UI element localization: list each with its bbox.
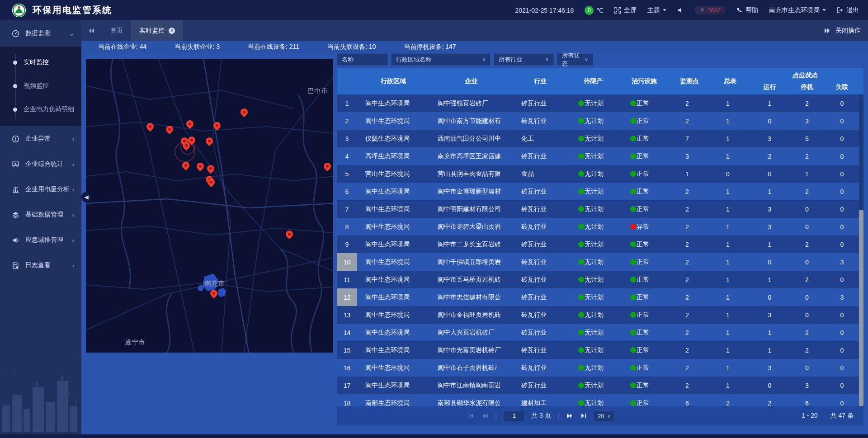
cell-company: 阆中明阳建材有限公司 xyxy=(429,200,513,218)
theme-dropdown[interactable]: 主题 xyxy=(647,6,666,14)
page-size-select[interactable]: 20∨ xyxy=(594,410,615,421)
total-rows-label: 共 47 条 xyxy=(830,412,854,420)
first-page-button[interactable] xyxy=(468,413,475,419)
cell-company: 阆中市石子页岩机砖厂 xyxy=(429,359,513,377)
sidebar-item[interactable]: 企业异常‹ xyxy=(0,126,81,151)
cell-company: 阆中市江南镇阆南页岩 xyxy=(429,377,513,394)
cell-company: 阆中市金博瑞新型墙材 xyxy=(429,183,513,200)
last-page-button[interactable] xyxy=(580,413,587,419)
volume-button[interactable] xyxy=(677,7,684,14)
column-header-lost: 失联 xyxy=(825,80,859,94)
table-row[interactable]: 15阆中生态环境局阆中市光富页岩机砖厂砖瓦行业无计划正常21120 xyxy=(337,341,863,359)
region-select[interactable]: 行政区域名称∨ xyxy=(391,53,491,66)
table-row[interactable]: 4高坪生态环境局南充市高坪区王家店建砖瓦行业无计划正常31220 xyxy=(337,147,863,165)
status-dot-icon xyxy=(578,100,584,106)
cell-stop: 无计划 xyxy=(567,200,619,218)
cell-stop: 无计划 xyxy=(567,218,619,235)
status-text: 无计划 xyxy=(585,135,604,143)
status-dot-icon xyxy=(578,188,584,194)
cell-region: 仪陇生态环境局 xyxy=(357,130,429,147)
table-row[interactable]: 11阆中生态环境局阆中市五马桥页岩机砖砖瓦行业无计划正常21120 xyxy=(337,271,863,288)
scrollbar-thumb[interactable] xyxy=(859,210,863,406)
sidebar-subitem[interactable]: 企业电力负荷明细 xyxy=(0,98,81,121)
sidebar-item-label: 基础数据管理 xyxy=(25,211,72,219)
table-row[interactable]: 17阆中生态环境局阆中市江南镇阆南页岩砖瓦行业无计划正常21030 xyxy=(337,377,863,394)
prev-page-button[interactable] xyxy=(481,413,488,419)
stat-item: 当前失联企业: 3 xyxy=(175,43,220,51)
cell-lost: 0 xyxy=(825,94,859,112)
cell-lost: 0 xyxy=(825,112,859,130)
sidebar-item[interactable]: 企业用电量分析‹ xyxy=(0,177,81,202)
table-row[interactable]: 2阆中生态环境局阆中市南方节能建材有砖瓦行业无计划正常21030 xyxy=(337,112,863,130)
table-row[interactable]: 16阆中生态环境局阆中市石子页岩机砖厂砖瓦行业无计划正常21300 xyxy=(337,359,863,377)
notification-badge[interactable]: 2632 xyxy=(695,6,725,14)
cell-company: 阆中市二龙长宝页岩砖 xyxy=(429,235,513,253)
org-dropdown[interactable]: 南充市生态环境局 xyxy=(769,6,826,14)
table-row[interactable]: 8阆中生态环境局阆中市枣碧大梁山页岩砖瓦行业无计划异常21300 xyxy=(337,218,863,235)
sidebar-item[interactable]: 应急减排管理‹ xyxy=(0,227,81,253)
sidebar-item[interactable]: 数据监测⌄ xyxy=(0,20,81,47)
table-row[interactable]: 1阆中生态环境局阆中强锐页岩砖厂砖瓦行业无计划正常21120 xyxy=(337,94,863,112)
column-header-halt: 停机 xyxy=(789,80,825,94)
cell-run: 1 xyxy=(750,183,789,200)
cell-fac: 正常 xyxy=(619,165,669,183)
name-search-input[interactable]: 名称 xyxy=(337,53,388,66)
cell-meter: 1 xyxy=(710,377,750,394)
cell-run: 0 xyxy=(750,377,789,394)
help-button[interactable]: 帮助 xyxy=(736,6,758,14)
cell-halt: 2 xyxy=(789,271,825,288)
table-row[interactable]: 18南部生态环境局南部县砌华水泥有限公建材加工无计划正常62260 xyxy=(337,394,863,406)
tabs-scroll-right-button[interactable] xyxy=(824,27,831,34)
table-row[interactable]: 10阆中生态环境局阆中千佛镇五郎垭页岩砖瓦行业无计划正常21003 xyxy=(337,253,863,271)
sidebar-subitem[interactable]: 视频监控 xyxy=(0,74,81,98)
cell-industry: 砖瓦行业 xyxy=(513,94,567,112)
sidebar-item[interactable]: 企业综合统计‹ xyxy=(0,151,81,177)
status-dot-icon xyxy=(630,206,636,212)
tab-active[interactable]: 实时监控× xyxy=(131,20,183,41)
horn-icon xyxy=(12,236,19,244)
table-row[interactable]: 3仪陇生态环境局西南油气田分公司川中化工无计划正常71350 xyxy=(337,130,863,147)
next-page-button[interactable] xyxy=(566,413,573,419)
cell-region: 高坪生态环境局 xyxy=(357,147,429,165)
sidebar-subitem[interactable]: 实时监控 xyxy=(0,51,81,74)
table-row[interactable]: 14阆中生态环境局阆中大兴页岩机砖厂砖瓦行业无计划正常21120 xyxy=(337,324,863,341)
stat-value: 10 xyxy=(369,43,376,50)
table-row[interactable]: 7阆中生态环境局阆中明阳建材有限公司砖瓦行业无计划正常21300 xyxy=(337,200,863,218)
cell-meter: 1 xyxy=(710,218,750,235)
page-number-input[interactable]: 1 xyxy=(504,410,524,421)
table-row[interactable]: 5营山生态环境局营山县润丰肉食品有限食品无计划正常10010 xyxy=(337,165,863,183)
status-dot-icon xyxy=(630,118,636,124)
close-icon[interactable]: × xyxy=(169,28,175,34)
status-dot-icon xyxy=(578,224,584,230)
table-row[interactable]: 6阆中生态环境局阆中市金博瑞新型墙材砖瓦行业无计划正常21120 xyxy=(337,183,863,200)
tabs-scroll-left-button[interactable] xyxy=(88,27,95,34)
industry-select[interactable]: 所有行业∨ xyxy=(494,53,554,66)
cell-meter: 2 xyxy=(710,394,750,406)
table-row[interactable]: 13阆中生态环境局阆中市金福旺页岩机砖砖瓦行业无计划正常21300 xyxy=(337,306,863,324)
close-operations-button[interactable]: 关闭操作 xyxy=(835,27,861,35)
cell-points: 2 xyxy=(669,377,710,394)
bullet-dot-icon xyxy=(13,61,17,65)
cell-stop: 无计划 xyxy=(567,183,619,200)
status-select[interactable]: 所有状态∨ xyxy=(557,53,593,66)
cell-no: 10 xyxy=(337,253,357,271)
map-panel[interactable]: 巴中市南充市遂宁市 xyxy=(86,59,333,353)
cell-industry: 砖瓦行业 xyxy=(513,235,567,253)
cell-run: 3 xyxy=(750,218,789,235)
status-dot-icon xyxy=(630,259,636,265)
table-row[interactable]: 12阆中生态环境局阆中市忠信建材有限公砖瓦行业无计划正常21003 xyxy=(337,288,863,306)
cell-fac: 正常 xyxy=(619,306,669,324)
cell-fac: 正常 xyxy=(619,200,669,218)
table-scrollbar[interactable] xyxy=(859,94,863,406)
status-dot-icon xyxy=(578,312,584,318)
map-collapse-button[interactable]: ◀ xyxy=(81,192,91,202)
logout-button[interactable]: 退出 xyxy=(837,6,859,14)
stat-label: 当前失联企业: xyxy=(175,43,216,50)
cell-run: 3 xyxy=(750,359,789,377)
sidebar-item[interactable]: 日志查看‹ xyxy=(0,253,81,278)
sidebar-item[interactable]: 基础数据管理‹ xyxy=(0,202,81,227)
cell-lost: 0 xyxy=(825,324,859,341)
tab-item[interactable]: 首页 xyxy=(102,20,131,41)
fullscreen-button[interactable]: 全屏 xyxy=(614,6,637,14)
table-row[interactable]: 9阆中生态环境局阆中市二龙长宝页岩砖砖瓦行业无计划正常21120 xyxy=(337,235,863,253)
